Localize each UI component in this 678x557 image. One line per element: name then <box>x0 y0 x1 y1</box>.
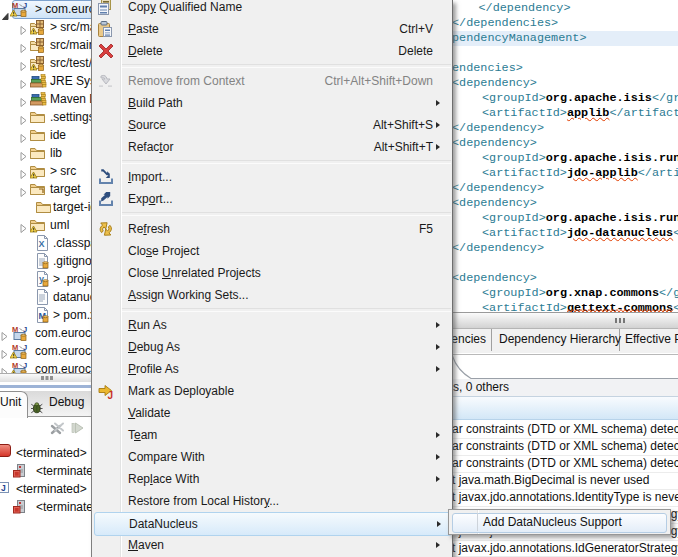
svg-text:J: J <box>1 483 6 493</box>
svg-text:J: J <box>108 390 114 400</box>
svg-text:X: X <box>39 239 45 249</box>
